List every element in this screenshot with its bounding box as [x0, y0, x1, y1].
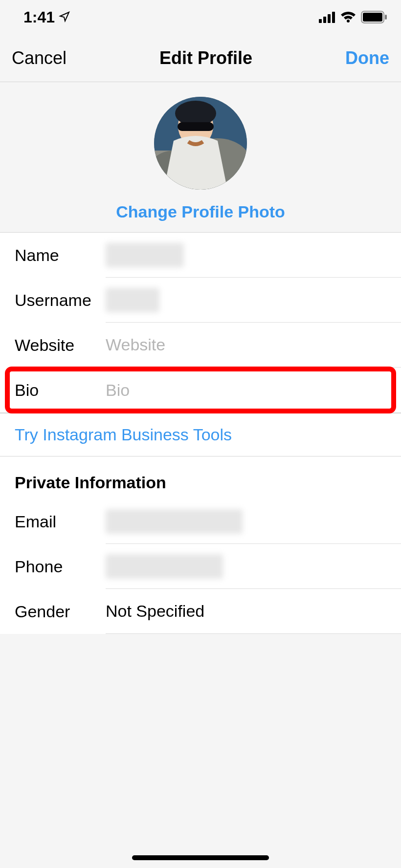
website-label: Website: [15, 336, 106, 355]
svg-rect-7: [385, 15, 387, 20]
email-field[interactable]: [106, 499, 401, 544]
profile-fields: Name Username Website Bio: [0, 233, 401, 412]
gender-label: Gender: [15, 602, 106, 621]
status-bar: 1:41: [0, 0, 401, 34]
svg-point-4: [347, 20, 350, 22]
svg-rect-15: [178, 122, 214, 131]
business-tools-link[interactable]: Try Instagram Business Tools: [15, 425, 232, 444]
phone-row: Phone: [0, 544, 401, 589]
svg-rect-0: [319, 19, 322, 23]
redacted-value: [106, 509, 243, 534]
svg-rect-3: [332, 12, 335, 23]
username-row: Username: [0, 278, 401, 323]
status-time: 1:41: [23, 8, 55, 26]
cellular-signal-icon: [319, 11, 335, 23]
name-row: Name: [0, 233, 401, 278]
status-left: 1:41: [23, 8, 70, 26]
email-label: Email: [15, 512, 106, 531]
website-field[interactable]: [106, 323, 401, 368]
bio-row: Bio: [0, 368, 401, 412]
private-info-header: Private Information: [0, 456, 401, 499]
done-button[interactable]: Done: [345, 48, 389, 68]
gender-field[interactable]: Not Specified: [106, 589, 401, 634]
business-tools-row[interactable]: Try Instagram Business Tools: [0, 413, 401, 456]
bio-field[interactable]: [106, 368, 401, 412]
home-indicator: [132, 855, 269, 860]
wifi-icon: [340, 11, 356, 23]
email-row: Email: [0, 499, 401, 544]
profile-avatar[interactable]: [154, 97, 247, 190]
change-photo-button[interactable]: Change Profile Photo: [116, 202, 285, 221]
phone-label: Phone: [15, 557, 106, 576]
svg-rect-6: [363, 13, 382, 22]
photo-section: Change Profile Photo: [0, 82, 401, 233]
nav-bar: Cancel Edit Profile Done: [0, 34, 401, 82]
redacted-value: [106, 554, 223, 579]
status-right: [319, 11, 387, 23]
name-label: Name: [15, 246, 106, 265]
page-title: Edit Profile: [159, 48, 252, 68]
website-input[interactable]: [106, 335, 386, 354]
redacted-value: [106, 243, 184, 267]
bio-label: Bio: [15, 381, 106, 400]
cancel-button[interactable]: Cancel: [12, 48, 67, 68]
svg-rect-1: [323, 17, 326, 23]
website-row: Website: [0, 323, 401, 368]
redacted-value: [106, 288, 159, 312]
private-info-section: Private Information Email Phone Gender N…: [0, 456, 401, 634]
svg-rect-2: [328, 14, 331, 23]
username-field[interactable]: [106, 278, 401, 323]
location-arrow-icon: [59, 8, 70, 26]
name-field[interactable]: [106, 233, 401, 278]
bio-input[interactable]: [106, 381, 386, 400]
phone-field[interactable]: [106, 544, 401, 589]
battery-icon: [361, 11, 387, 23]
gender-row: Gender Not Specified: [0, 589, 401, 634]
gender-value: Not Specified: [106, 602, 204, 621]
username-label: Username: [15, 291, 106, 310]
